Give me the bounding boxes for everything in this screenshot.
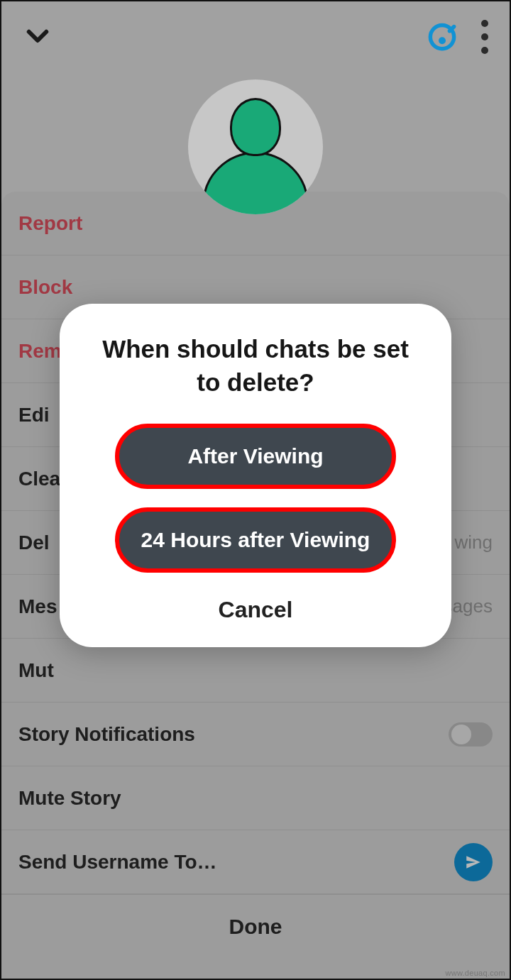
avatar <box>188 79 323 214</box>
option-24-hours[interactable]: 24 Hours after Viewing <box>115 507 396 573</box>
delete-chats-dialog: When should chats be set to delete? Afte… <box>60 304 451 647</box>
option-label: 24 Hours after Viewing <box>141 528 370 552</box>
svg-point-0 <box>430 25 454 48</box>
cancel-button[interactable]: Cancel <box>88 591 423 623</box>
charm-check-icon[interactable] <box>424 18 460 56</box>
option-label: After Viewing <box>187 444 323 468</box>
header <box>1 1 510 72</box>
option-after-viewing[interactable]: After Viewing <box>115 424 396 489</box>
dialog-title: When should chats be set to delete? <box>88 332 423 400</box>
svg-point-1 <box>439 37 446 44</box>
watermark: www.deuaq.com <box>445 969 505 977</box>
cancel-label: Cancel <box>219 597 293 622</box>
more-icon[interactable] <box>481 20 488 54</box>
back-button[interactable] <box>23 21 53 53</box>
app-screen: Report Block Rem Edi Clea Del wing Mes s… <box>0 0 511 980</box>
